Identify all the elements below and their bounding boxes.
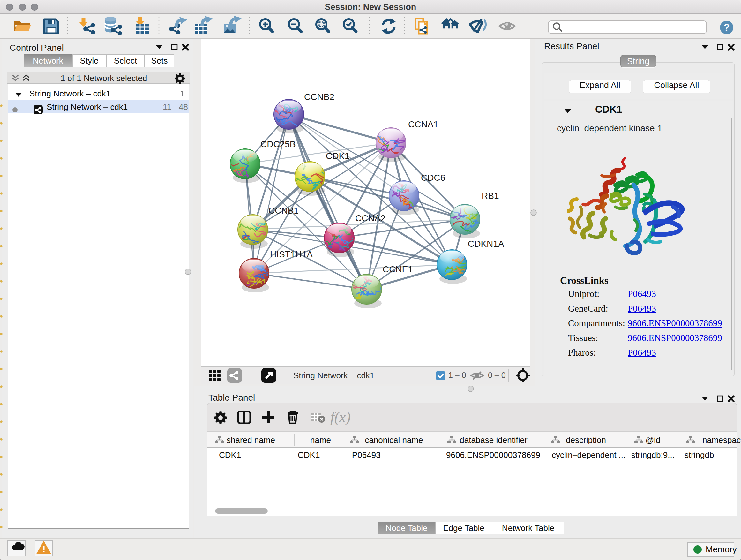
svg-text:CCNA1: CCNA1	[408, 119, 439, 129]
svg-text:CDK1: CDK1	[326, 151, 350, 161]
svg-text:CDKN1A: CDKN1A	[468, 239, 504, 249]
svg-text:RB1: RB1	[482, 191, 499, 201]
svg-text:CCNE1: CCNE1	[383, 264, 413, 274]
svg-text:?: ?	[724, 22, 730, 33]
svg-text:CCNB1: CCNB1	[268, 206, 299, 215]
svg-text:CDC25B: CDC25B	[260, 139, 295, 149]
svg-text:CCNB2: CCNB2	[304, 92, 334, 102]
svg-text:CDC6: CDC6	[421, 173, 445, 183]
svg-text:CCNA2: CCNA2	[355, 213, 386, 223]
svg-text:HIST1H1A: HIST1H1A	[270, 249, 313, 259]
